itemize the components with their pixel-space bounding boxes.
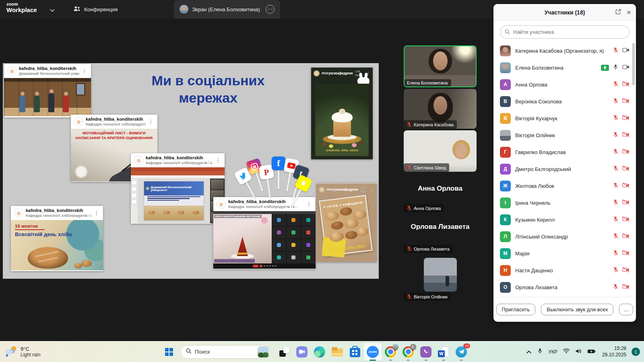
video-name-label: Катерина Касабова bbox=[404, 120, 457, 129]
instagram-avatar bbox=[134, 156, 143, 165]
participant-row[interactable]: ІІрина Чернель bbox=[493, 194, 636, 211]
taskbar-app-telegram[interactable]: .02 bbox=[452, 343, 470, 361]
video-tile-5[interactable]: Орлова ЛизаветаОрлова Лизавета bbox=[404, 215, 477, 253]
microsoft-store-icon bbox=[350, 348, 360, 357]
camera-off-icon bbox=[622, 132, 630, 139]
post-options-icon: ⋮ bbox=[148, 119, 154, 125]
tray-mic-icon[interactable] bbox=[537, 348, 543, 356]
mic-muted-icon bbox=[613, 233, 619, 241]
mic-muted-icon bbox=[613, 115, 619, 122]
participant-row[interactable]: ВВікторія Кухарчук bbox=[493, 110, 636, 127]
participant-avatar: М bbox=[500, 248, 511, 259]
brand-workplace: Workplace bbox=[6, 7, 37, 13]
zoom-icon: zoom bbox=[367, 346, 379, 358]
story-avatar bbox=[319, 187, 325, 193]
instagram-post-presentation: kafedra_hliba_konditerskih Кафедра техно… bbox=[131, 153, 225, 224]
participant-name: Елена Болховитина bbox=[515, 65, 597, 71]
participant-row[interactable]: ГГаврилко Владислав bbox=[493, 144, 636, 160]
camera-off-icon bbox=[622, 250, 630, 257]
instagram-post-zoom-class: kafedra_hliba_konditerskih Кафедра техно… bbox=[213, 197, 316, 269]
weather-widget[interactable]: 9°C Light rain bbox=[4, 341, 40, 362]
story-age: 146 нед. bbox=[360, 186, 368, 193]
more-options-button[interactable]: … bbox=[619, 304, 633, 315]
camera-off-icon bbox=[622, 182, 630, 190]
participant-row[interactable]: Елена Болховитина bbox=[493, 59, 636, 76]
participant-row[interactable]: ВВероніка Соколова bbox=[493, 93, 636, 110]
tab-conference-label: Конференция bbox=[84, 6, 118, 12]
presenter-avatar bbox=[180, 5, 188, 14]
chevron-up-icon[interactable] bbox=[526, 348, 532, 356]
zoom-workplace-window: zoom Workplace Конференция Экран (Елена … bbox=[0, 0, 644, 362]
taskbar-app-file-explorer[interactable] bbox=[328, 343, 346, 361]
popout-icon[interactable] bbox=[615, 8, 621, 16]
participant-name: Ірина Чернель bbox=[515, 200, 608, 206]
participant-row[interactable]: ННастя Дащенко bbox=[493, 262, 636, 279]
taskbar-app-microsoft-store[interactable] bbox=[346, 343, 364, 361]
zoom-post-caption: КРАСИ ДОРОГОЦІННИМИ МЕТАЛАМИ bbox=[214, 215, 262, 218]
participant-avatar: Н bbox=[500, 265, 511, 276]
participant-avatar: В bbox=[500, 113, 511, 124]
video-tile-1[interactable]: Елена Болховитина bbox=[404, 45, 477, 87]
participant-name: Вікторія Олійник bbox=[515, 132, 608, 138]
camera-on-icon bbox=[622, 47, 630, 55]
participant-name: Вероніка Соколова bbox=[515, 99, 608, 105]
file-explorer-icon bbox=[332, 347, 343, 356]
chevron-down-icon[interactable] bbox=[50, 6, 55, 14]
camera-off-icon bbox=[622, 267, 630, 274]
participants-header: Участники (18) ✕ bbox=[493, 4, 636, 21]
taskbar-app-viber[interactable] bbox=[417, 343, 435, 361]
participant-row[interactable]: ММарія bbox=[493, 245, 636, 262]
video-name-label: Вікторія Олійник bbox=[404, 292, 451, 301]
tab-options-icon[interactable]: ⋯ bbox=[266, 5, 275, 14]
taskbar-search[interactable]: Поиск bbox=[180, 345, 270, 359]
volume-icon[interactable] bbox=[575, 348, 582, 356]
taskbar-app-chrome-profile-2[interactable]: E bbox=[399, 343, 417, 361]
participant-search bbox=[493, 21, 636, 42]
video-tile-6[interactable]: Вікторія Олійник bbox=[404, 255, 477, 301]
participant-row[interactable]: ООрлова Лизавета bbox=[493, 279, 636, 296]
bread-day-title: Всесвітній день хліба bbox=[15, 231, 72, 237]
participant-row[interactable]: Катерина Касабова (Организатор, я) bbox=[493, 42, 636, 59]
taskbar-app-microsoft-edge[interactable] bbox=[311, 343, 328, 361]
scrollbar-thumb[interactable] bbox=[632, 43, 635, 85]
taskbar-app-chat[interactable] bbox=[293, 343, 311, 361]
tab-shared-screen[interactable]: Экран (Елена Болховитина) ⋯ bbox=[174, 0, 280, 19]
participant-avatar bbox=[500, 45, 511, 56]
mute-all-button[interactable]: Выключить звук для всех bbox=[541, 304, 613, 315]
taskbar-app-task-view[interactable] bbox=[275, 343, 293, 361]
participant-row[interactable]: ДДмитро Бєлгородський bbox=[493, 160, 636, 177]
zoom-class-screenshot: КРАСИ ДОРОГОЦІННИМИ МЕТАЛАМИ bbox=[213, 211, 316, 269]
camera-off-icon bbox=[622, 165, 630, 173]
battery-icon[interactable] bbox=[587, 348, 596, 356]
zoom-workplace-logo[interactable]: zoom Workplace bbox=[6, 2, 37, 13]
close-panel-icon[interactable]: ✕ bbox=[626, 9, 631, 16]
participant-row[interactable]: Вікторія Олійник bbox=[493, 127, 636, 144]
taskbar-app-chrome-profile-1[interactable] bbox=[382, 343, 399, 361]
wifi-icon[interactable] bbox=[563, 348, 570, 356]
task-view-icon bbox=[279, 347, 289, 357]
video-tile-3[interactable]: Светлана Швед bbox=[404, 130, 477, 172]
participant-row[interactable]: ККузьмин Кирилл bbox=[493, 211, 636, 228]
edge-icon bbox=[314, 346, 325, 358]
taskbar-app-zoom[interactable]: zoom bbox=[364, 343, 382, 361]
tab-conference[interactable]: Конференция bbox=[68, 0, 169, 19]
participant-row[interactable]: ЖЖелтова Любов bbox=[493, 177, 636, 194]
brand-zoom: zoom bbox=[6, 2, 37, 7]
start-button[interactable] bbox=[165, 348, 173, 356]
language-indicator[interactable]: УКР bbox=[548, 349, 557, 355]
search-icon bbox=[186, 348, 192, 356]
taskbar-apps: zoomEW.02 bbox=[275, 341, 470, 362]
camera-off-icon bbox=[622, 199, 630, 207]
tab-screen-label: Экран (Елена Болховитина) bbox=[192, 6, 260, 12]
invite-button[interactable]: Пригласить bbox=[496, 304, 536, 315]
clock[interactable]: 15:28 29.10.2025 bbox=[602, 346, 626, 358]
taskbar-app-word[interactable]: W bbox=[435, 343, 452, 361]
notification-badge[interactable]: 1 bbox=[632, 348, 640, 356]
video-tile-4[interactable]: Анна ОрловаАнна Орлова bbox=[404, 174, 477, 212]
participant-row[interactable]: ААнна Орлова bbox=[493, 76, 636, 93]
video-tile-2[interactable]: Катерина Касабова bbox=[404, 89, 477, 129]
running-indicator bbox=[442, 360, 445, 361]
search-input[interactable] bbox=[500, 25, 630, 39]
participant-row[interactable]: ЛЛітінський Олександр bbox=[493, 228, 636, 245]
powerpoint-screenshot: Державний біотехнологічний університет bbox=[131, 167, 225, 223]
